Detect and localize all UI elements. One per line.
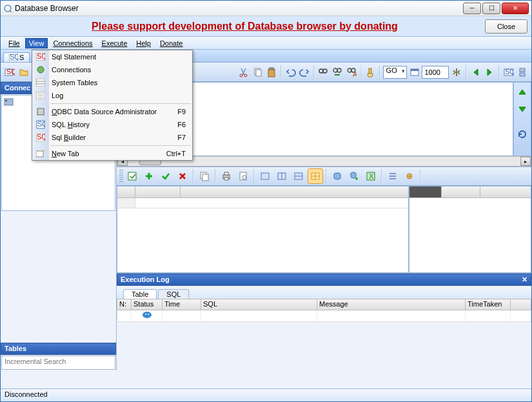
svg-rect-35: [224, 177, 228, 180]
new-sql-button[interactable]: SQL: [3, 65, 16, 80]
go-combo[interactable]: GO: [383, 66, 407, 79]
layout2-button[interactable]: [274, 168, 290, 184]
col-n[interactable]: N:: [117, 299, 132, 310]
execution-log-row[interactable]: [117, 310, 531, 322]
col-time[interactable]: Time: [163, 299, 201, 310]
preview-button[interactable]: [235, 168, 251, 184]
excel-button[interactable]: X: [363, 168, 379, 184]
menu-odbc-admin[interactable]: ODBC Data Source Administrator F9: [32, 105, 192, 118]
tab-exec-sql[interactable]: SQL: [158, 289, 189, 299]
svg-point-16: [337, 68, 341, 72]
globe-icon: [35, 65, 46, 75]
add-row-button[interactable]: [141, 168, 157, 184]
menu-view[interactable]: View: [25, 38, 48, 48]
svg-rect-38: [261, 173, 269, 179]
layout1-button[interactable]: [257, 168, 273, 184]
results-detail-grid[interactable]: [409, 186, 531, 273]
move-up-button[interactable]: [516, 86, 529, 99]
refresh-button[interactable]: [516, 128, 529, 141]
execution-log-tabs: Table SQL: [117, 286, 531, 299]
execution-log-close-button[interactable]: ✕: [522, 276, 527, 284]
find-button[interactable]: [317, 65, 330, 80]
col-status[interactable]: Status: [132, 299, 163, 310]
minimize-button[interactable]: ─: [463, 3, 481, 14]
svg-rect-30: [128, 172, 136, 180]
tab-sql[interactable]: SQ S: [3, 52, 30, 62]
execution-log-panel: Execution Log ✕ Table SQL N: Status Time…: [117, 273, 531, 322]
next-button[interactable]: [483, 65, 496, 80]
new-tab-icon: [35, 148, 46, 159]
menubar: File View Connections Execute Help Donat…: [1, 37, 531, 50]
tab-exec-table[interactable]: Table: [123, 289, 157, 299]
svg-text:SQL: SQL: [6, 68, 15, 75]
results-grid[interactable]: [117, 186, 409, 273]
menu-execute[interactable]: Execute: [98, 38, 132, 48]
svg-point-51: [409, 176, 411, 177]
statusbar: Disconnected: [1, 388, 531, 401]
menu-connections[interactable]: Connections: [49, 38, 96, 48]
window-close-button[interactable]: ✕: [502, 3, 529, 14]
col-sql[interactable]: SQL: [201, 299, 317, 310]
view-conn-button[interactable]: [516, 65, 529, 80]
svg-rect-32: [202, 174, 208, 181]
find-replace-button[interactable]: [331, 65, 344, 80]
find-next-button[interactable]: A: [345, 65, 358, 80]
svg-rect-34: [224, 172, 228, 175]
donation-link[interactable]: Please support development of Database b…: [5, 21, 485, 32]
sql-icon: SQ: [9, 54, 17, 61]
commit-button[interactable]: [158, 168, 173, 184]
menu-view-connections[interactable]: Connections: [32, 63, 192, 76]
move-down-button[interactable]: [516, 102, 529, 115]
db-add-button[interactable]: [346, 168, 362, 184]
open-button[interactable]: [17, 65, 30, 80]
settings-button[interactable]: [402, 168, 417, 184]
prev-button[interactable]: [469, 65, 482, 80]
menu-sql-builder[interactable]: SQL Sql Builder F7: [32, 131, 192, 144]
new-window-button[interactable]: [408, 65, 421, 80]
menu-sql-statement[interactable]: SQL Sql Statement: [32, 50, 192, 63]
list-view-button[interactable]: [385, 168, 400, 184]
menu-system-tables[interactable]: System Tables: [32, 76, 192, 89]
maximize-button[interactable]: ☐: [482, 3, 500, 14]
redo-button[interactable]: [298, 65, 311, 80]
svg-rect-27: [520, 73, 525, 76]
gripper-icon: [119, 170, 123, 183]
svg-text:X: X: [369, 172, 374, 180]
svg-text:SQL: SQL: [37, 134, 45, 141]
banner-close-button[interactable]: Close: [485, 19, 527, 34]
incremental-search-input[interactable]: Incremental Search: [1, 356, 115, 370]
scroll-right-button[interactable]: ▸: [520, 157, 531, 166]
copy-button[interactable]: [251, 65, 264, 80]
col-timetaken[interactable]: TimeTaken: [466, 299, 511, 310]
window-title: Database Browser: [15, 4, 79, 13]
execution-log-header: Execution Log ✕: [117, 274, 531, 286]
clear-button[interactable]: [364, 65, 377, 80]
layout3-button[interactable]: [291, 168, 306, 184]
undo-button[interactable]: [284, 65, 297, 80]
menu-new-tab[interactable]: New Tab Ctrl+T: [32, 147, 192, 160]
menu-sql-history[interactable]: SQ SQL History F6: [32, 118, 192, 131]
svg-point-52: [143, 312, 152, 318]
delete-row-button[interactable]: [175, 168, 190, 184]
rows-input[interactable]: [422, 66, 449, 79]
db-explore-button[interactable]: [330, 168, 345, 184]
svg-rect-20: [369, 68, 371, 74]
tables-panel-header: Tables: [1, 343, 116, 355]
limit-toggle-button[interactable]: [450, 65, 463, 80]
svg-rect-28: [4, 99, 13, 105]
export-button[interactable]: [124, 168, 140, 184]
layout4-button[interactable]: [308, 168, 323, 184]
svg-point-13: [323, 69, 327, 73]
col-message[interactable]: Message: [317, 299, 466, 310]
svg-point-15: [333, 68, 337, 72]
menu-help[interactable]: Help: [132, 38, 155, 48]
paste-button[interactable]: [265, 65, 278, 80]
history-icon: SQ: [35, 119, 46, 130]
cut-button[interactable]: [237, 65, 250, 80]
menu-file[interactable]: File: [5, 38, 24, 48]
menu-donate[interactable]: Donate: [156, 38, 186, 48]
menu-log[interactable]: Log: [32, 89, 192, 102]
print-button[interactable]: [219, 168, 234, 184]
view-sql-button[interactable]: SQL: [502, 65, 515, 80]
copy-grid-button[interactable]: [197, 168, 212, 184]
